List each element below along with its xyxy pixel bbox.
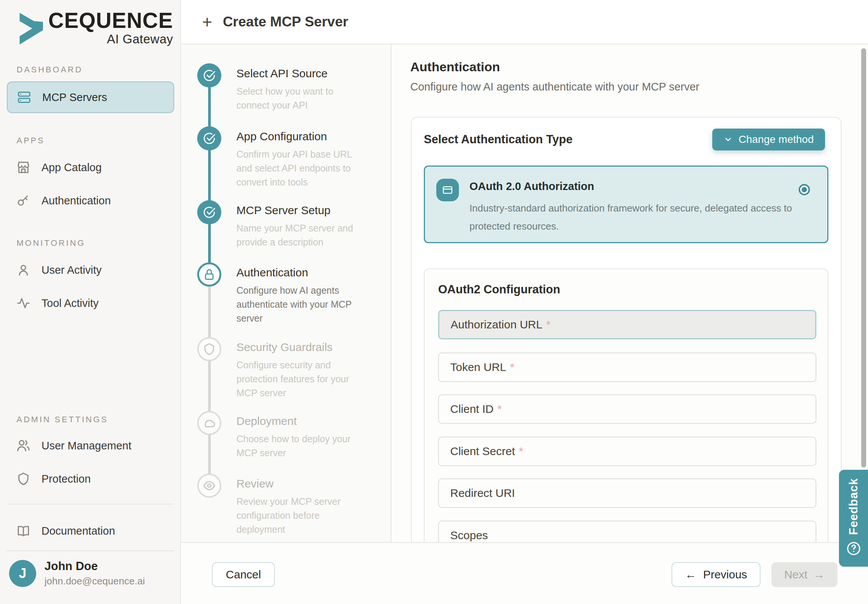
step-title[interactable]: Security Guardrails <box>236 341 333 354</box>
redirect-uri-input[interactable]: Redirect URI <box>438 479 816 508</box>
required-asterisk: * <box>498 403 502 415</box>
step-description: Name your MCP server and provide a descr… <box>236 221 355 249</box>
sidebar: CEQUENCE AI Gateway DASHBOARD MCP Server… <box>0 0 181 604</box>
step-description: Confirm your API base URL and select API… <box>236 147 355 189</box>
avatar: J <box>9 560 36 587</box>
sidebar-item-mcp-servers[interactable]: MCP Servers <box>7 81 174 113</box>
client-id-input[interactable]: Client ID * <box>438 394 816 424</box>
sidebar-item-label: App Catalog <box>42 161 102 174</box>
user-name: John Doe <box>45 559 145 573</box>
check-circle-icon <box>203 206 216 219</box>
cancel-button[interactable]: Cancel <box>212 562 275 587</box>
feedback-tab[interactable]: Feedback <box>839 470 868 567</box>
server-icon <box>17 90 31 104</box>
scopes-input[interactable]: Scopes <box>438 521 816 542</box>
page-header: + Create MCP Server <box>181 0 868 45</box>
sidebar-item-user-management[interactable]: User Management <box>7 434 174 457</box>
token-url-input[interactable]: Token URL * <box>438 353 816 382</box>
sidebar-item-label: MCP Servers <box>42 91 107 104</box>
shield-icon <box>17 472 30 486</box>
section-label-monitoring: MONITORING <box>17 238 85 248</box>
sidebar-item-label: Tool Activity <box>42 297 99 310</box>
step-description: Configure how AI agents authenticate wit… <box>236 283 355 325</box>
step-title[interactable]: Authentication <box>236 266 308 279</box>
step-description: Select how you want to connect your API <box>236 84 355 112</box>
step-indicator-complete <box>197 200 221 225</box>
wizard-footer: Cancel ← Previous Next → <box>181 542 868 604</box>
shield-icon <box>203 343 216 356</box>
cequence-logo: CEQUENCE AI Gateway <box>19 10 173 47</box>
step-description: Review your MCP server configuration bef… <box>236 495 355 536</box>
brand-subtitle: AI Gateway <box>48 32 173 46</box>
authorization-url-input[interactable]: Authorization URL * <box>438 310 816 339</box>
step-title[interactable]: Review <box>236 477 273 490</box>
required-asterisk: * <box>519 445 523 458</box>
sidebar-item-protection[interactable]: Protection <box>7 468 174 490</box>
sidebar-item-authentication[interactable]: Authentication <box>7 189 174 212</box>
sidebar-item-label: Protection <box>42 473 91 485</box>
step-indicator-current <box>197 262 221 287</box>
content-subtitle: Configure how AI agents authenticate wit… <box>410 81 699 93</box>
sidebar-item-label: Authentication <box>42 195 111 207</box>
arrow-right-icon: → <box>813 569 825 580</box>
step-indicator-complete <box>197 63 221 87</box>
brand-name: CEQUENCE <box>48 10 173 31</box>
check-circle-icon <box>203 132 216 145</box>
feedback-label: Feedback <box>847 478 860 535</box>
oauth-config-card: OAuth2 Configuration Authorization URL *… <box>424 268 828 542</box>
sidebar-item-user-activity[interactable]: User Activity <box>7 259 174 281</box>
step-indicator-upcoming <box>197 337 221 361</box>
step-connector <box>208 434 211 474</box>
arrow-left-icon: ← <box>685 569 696 580</box>
activity-icon <box>17 296 30 310</box>
change-method-button[interactable]: Change method <box>712 129 825 150</box>
step-connector <box>208 87 211 127</box>
step-description: Choose how to deploy your MCP server <box>236 432 355 460</box>
main-content: Authentication Configure how AI agents a… <box>391 45 868 542</box>
key-icon <box>17 194 30 208</box>
step-title[interactable]: App Configuration <box>236 130 327 143</box>
step-description: Configure security and protection featur… <box>236 358 355 400</box>
oauth-radio-selected[interactable] <box>798 184 810 195</box>
sidebar-item-documentation[interactable]: Documentation <box>7 520 174 542</box>
client-secret-input[interactable]: Client Secret * <box>438 437 816 466</box>
wizard-stepper: Select API Source Select how you want to… <box>181 45 391 542</box>
users-icon <box>17 439 30 452</box>
help-circle-icon <box>846 541 861 558</box>
previous-button[interactable]: ← Previous <box>671 562 761 587</box>
sidebar-item-app-catalog[interactable]: App Catalog <box>7 156 174 179</box>
user-icon <box>17 263 30 277</box>
credit-card-icon <box>436 179 459 201</box>
oauth-option-title: OAuth 2.0 Authorization <box>470 180 594 193</box>
oauth-option-card[interactable]: OAuth 2.0 Authorization Industry-standar… <box>424 166 828 243</box>
app-window: CEQUENCE AI Gateway DASHBOARD MCP Server… <box>0 0 868 604</box>
step-connector <box>208 286 211 338</box>
step-indicator-upcoming <box>197 411 221 435</box>
next-label: Next <box>784 568 808 581</box>
sidebar-item-label: User Management <box>42 440 132 452</box>
section-label-admin-settings: ADMIN SETTINGS <box>17 415 108 424</box>
step-indicator-upcoming <box>197 474 221 498</box>
sidebar-divider <box>7 504 174 505</box>
required-asterisk: * <box>546 318 550 331</box>
sidebar-item-label: User Activity <box>42 264 102 276</box>
step-title[interactable]: Deployment <box>236 415 297 427</box>
check-circle-icon <box>203 69 216 82</box>
scrollbar-thumb[interactable] <box>861 48 866 468</box>
user-profile[interactable]: J John Doe john.doe@cequence.ai <box>9 559 145 587</box>
cequence-logo-icon <box>19 12 45 47</box>
step-title[interactable]: Select API Source <box>236 67 328 80</box>
lock-icon <box>203 268 216 281</box>
step-connector <box>208 150 211 201</box>
next-button-disabled[interactable]: Next → <box>772 562 837 587</box>
book-open-icon <box>17 524 30 537</box>
sidebar-item-tool-activity[interactable]: Tool Activity <box>7 292 174 314</box>
previous-label: Previous <box>703 568 747 581</box>
section-label-dashboard: DASHBOARD <box>17 65 82 75</box>
select-auth-type-heading: Select Authentication Type <box>424 133 572 146</box>
user-email: john.doe@cequence.ai <box>45 575 145 587</box>
plus-icon: + <box>202 13 212 31</box>
step-title[interactable]: MCP Server Setup <box>236 204 331 217</box>
step-connector <box>208 224 211 263</box>
oauth-option-description: Industry-standard authorization framewor… <box>470 199 809 235</box>
